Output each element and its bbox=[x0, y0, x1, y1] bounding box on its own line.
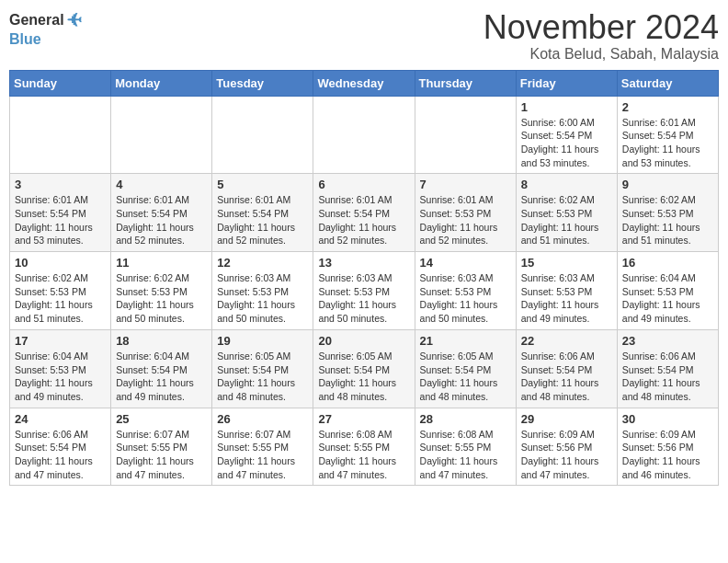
day-number: 23 bbox=[622, 334, 713, 348]
day-number: 26 bbox=[217, 412, 308, 426]
day-number: 25 bbox=[116, 412, 207, 426]
day-number: 10 bbox=[15, 256, 106, 270]
day-number: 12 bbox=[217, 256, 308, 270]
calendar-cell: 12Sunrise: 6:03 AMSunset: 5:53 PMDayligh… bbox=[212, 252, 313, 330]
day-number: 17 bbox=[15, 334, 106, 348]
day-number: 24 bbox=[15, 412, 106, 426]
day-number: 7 bbox=[420, 178, 511, 191]
day-info: Sunrise: 6:06 AMSunset: 5:54 PMDaylight:… bbox=[521, 350, 612, 404]
day-info: Sunrise: 6:04 AMSunset: 5:53 PMDaylight:… bbox=[15, 350, 106, 404]
location-text: Kota Belud, Sabah, Malaysia bbox=[483, 46, 719, 63]
day-info: Sunrise: 6:03 AMSunset: 5:53 PMDaylight:… bbox=[217, 271, 308, 326]
day-info: Sunrise: 6:01 AMSunset: 5:53 PMDaylight:… bbox=[420, 193, 511, 247]
day-info: Sunrise: 6:02 AMSunset: 5:53 PMDaylight:… bbox=[116, 271, 207, 326]
day-number: 5 bbox=[217, 178, 308, 191]
calendar-cell: 8Sunrise: 6:02 AMSunset: 5:53 PMDaylight… bbox=[516, 174, 617, 252]
day-info: Sunrise: 6:09 AMSunset: 5:56 PMDaylight:… bbox=[521, 428, 612, 482]
calendar-header-row: SundayMondayTuesdayWednesdayThursdayFrid… bbox=[10, 70, 719, 96]
calendar-cell: 14Sunrise: 6:03 AMSunset: 5:53 PMDayligh… bbox=[415, 252, 516, 330]
col-header-saturday: Saturday bbox=[617, 70, 718, 96]
col-header-sunday: Sunday bbox=[10, 70, 111, 96]
day-info: Sunrise: 6:01 AMSunset: 5:54 PMDaylight:… bbox=[15, 193, 106, 247]
calendar-cell: 18Sunrise: 6:04 AMSunset: 5:54 PMDayligh… bbox=[111, 329, 212, 408]
calendar-week-row: 3Sunrise: 6:01 AMSunset: 5:54 PMDaylight… bbox=[10, 174, 719, 252]
day-number: 16 bbox=[622, 256, 713, 270]
day-info: Sunrise: 6:02 AMSunset: 5:53 PMDaylight:… bbox=[622, 193, 713, 247]
day-info: Sunrise: 6:02 AMSunset: 5:53 PMDaylight:… bbox=[15, 271, 106, 326]
col-header-tuesday: Tuesday bbox=[212, 70, 313, 96]
calendar-cell: 13Sunrise: 6:03 AMSunset: 5:53 PMDayligh… bbox=[313, 252, 415, 330]
calendar-week-row: 24Sunrise: 6:06 AMSunset: 5:54 PMDayligh… bbox=[10, 408, 719, 486]
calendar-cell: 29Sunrise: 6:09 AMSunset: 5:56 PMDayligh… bbox=[516, 408, 617, 486]
calendar-cell: 22Sunrise: 6:06 AMSunset: 5:54 PMDayligh… bbox=[516, 329, 617, 408]
day-info: Sunrise: 6:08 AMSunset: 5:55 PMDaylight:… bbox=[420, 428, 511, 482]
day-number: 27 bbox=[318, 412, 409, 426]
logo: General ✈ Blue bbox=[9, 9, 82, 48]
calendar-cell: 30Sunrise: 6:09 AMSunset: 5:56 PMDayligh… bbox=[617, 408, 718, 486]
day-info: Sunrise: 6:03 AMSunset: 5:53 PMDaylight:… bbox=[521, 271, 612, 326]
day-number: 28 bbox=[420, 412, 511, 426]
calendar-cell: 5Sunrise: 6:01 AMSunset: 5:54 PMDaylight… bbox=[212, 174, 313, 252]
day-info: Sunrise: 6:01 AMSunset: 5:54 PMDaylight:… bbox=[217, 193, 308, 247]
calendar-cell: 4Sunrise: 6:01 AMSunset: 5:54 PMDaylight… bbox=[111, 174, 212, 252]
calendar-cell: 19Sunrise: 6:05 AMSunset: 5:54 PMDayligh… bbox=[212, 329, 313, 408]
month-title: November 2024 bbox=[483, 9, 719, 46]
page-header: General ✈ Blue November 2024 Kota Belud,… bbox=[9, 9, 719, 63]
day-number: 13 bbox=[318, 256, 409, 270]
calendar-cell: 15Sunrise: 6:03 AMSunset: 5:53 PMDayligh… bbox=[516, 252, 617, 330]
day-number: 29 bbox=[521, 412, 612, 426]
day-number: 30 bbox=[622, 412, 713, 426]
day-number: 20 bbox=[318, 334, 409, 348]
day-info: Sunrise: 6:07 AMSunset: 5:55 PMDaylight:… bbox=[217, 428, 308, 482]
calendar-cell: 9Sunrise: 6:02 AMSunset: 5:53 PMDaylight… bbox=[617, 174, 718, 252]
calendar-cell: 27Sunrise: 6:08 AMSunset: 5:55 PMDayligh… bbox=[313, 408, 415, 486]
day-info: Sunrise: 6:08 AMSunset: 5:55 PMDaylight:… bbox=[318, 428, 409, 482]
calendar-week-row: 10Sunrise: 6:02 AMSunset: 5:53 PMDayligh… bbox=[10, 252, 719, 330]
day-info: Sunrise: 6:07 AMSunset: 5:55 PMDaylight:… bbox=[116, 428, 207, 482]
day-number: 4 bbox=[116, 178, 207, 191]
day-info: Sunrise: 6:09 AMSunset: 5:56 PMDaylight:… bbox=[622, 428, 713, 482]
logo-blue-text: Blue bbox=[9, 31, 41, 48]
title-area: November 2024 Kota Belud, Sabah, Malaysi… bbox=[483, 9, 719, 63]
calendar-cell: 21Sunrise: 6:05 AMSunset: 5:54 PMDayligh… bbox=[415, 329, 516, 408]
calendar-cell: 10Sunrise: 6:02 AMSunset: 5:53 PMDayligh… bbox=[10, 252, 111, 330]
day-info: Sunrise: 6:00 AMSunset: 5:54 PMDaylight:… bbox=[521, 116, 612, 170]
calendar-table: SundayMondayTuesdayWednesdayThursdayFrid… bbox=[9, 70, 719, 487]
day-number: 18 bbox=[116, 334, 207, 348]
day-info: Sunrise: 6:05 AMSunset: 5:54 PMDaylight:… bbox=[318, 350, 409, 404]
day-number: 15 bbox=[521, 256, 612, 270]
day-number: 9 bbox=[622, 178, 713, 191]
calendar-cell: 2Sunrise: 6:01 AMSunset: 5:54 PMDaylight… bbox=[617, 96, 718, 174]
calendar-week-row: 1Sunrise: 6:00 AMSunset: 5:54 PMDaylight… bbox=[10, 96, 719, 174]
calendar-cell: 3Sunrise: 6:01 AMSunset: 5:54 PMDaylight… bbox=[10, 174, 111, 252]
day-info: Sunrise: 6:06 AMSunset: 5:54 PMDaylight:… bbox=[622, 350, 713, 404]
logo-general-text: General bbox=[9, 12, 64, 29]
day-number: 22 bbox=[521, 334, 612, 348]
calendar-cell: 7Sunrise: 6:01 AMSunset: 5:53 PMDaylight… bbox=[415, 174, 516, 252]
col-header-friday: Friday bbox=[516, 70, 617, 96]
calendar-cell: 23Sunrise: 6:06 AMSunset: 5:54 PMDayligh… bbox=[617, 329, 718, 408]
calendar-cell: 16Sunrise: 6:04 AMSunset: 5:53 PMDayligh… bbox=[617, 252, 718, 330]
calendar-cell: 17Sunrise: 6:04 AMSunset: 5:53 PMDayligh… bbox=[10, 329, 111, 408]
day-info: Sunrise: 6:05 AMSunset: 5:54 PMDaylight:… bbox=[217, 350, 308, 404]
day-number: 14 bbox=[420, 256, 511, 270]
col-header-wednesday: Wednesday bbox=[313, 70, 415, 96]
day-info: Sunrise: 6:03 AMSunset: 5:53 PMDaylight:… bbox=[420, 271, 511, 326]
logo-bird-icon: ✈ bbox=[66, 9, 82, 31]
calendar-cell bbox=[313, 96, 415, 174]
calendar-cell bbox=[415, 96, 516, 174]
day-info: Sunrise: 6:04 AMSunset: 5:54 PMDaylight:… bbox=[116, 350, 207, 404]
day-number: 1 bbox=[521, 100, 612, 114]
calendar-cell: 24Sunrise: 6:06 AMSunset: 5:54 PMDayligh… bbox=[10, 408, 111, 486]
day-number: 2 bbox=[622, 100, 713, 114]
calendar-cell bbox=[111, 96, 212, 174]
day-info: Sunrise: 6:02 AMSunset: 5:53 PMDaylight:… bbox=[521, 193, 612, 247]
day-number: 11 bbox=[116, 256, 207, 270]
calendar-cell: 6Sunrise: 6:01 AMSunset: 5:54 PMDaylight… bbox=[313, 174, 415, 252]
day-info: Sunrise: 6:04 AMSunset: 5:53 PMDaylight:… bbox=[622, 271, 713, 326]
calendar-cell: 26Sunrise: 6:07 AMSunset: 5:55 PMDayligh… bbox=[212, 408, 313, 486]
day-info: Sunrise: 6:01 AMSunset: 5:54 PMDaylight:… bbox=[622, 116, 713, 170]
calendar-cell bbox=[10, 96, 111, 174]
calendar-cell: 25Sunrise: 6:07 AMSunset: 5:55 PMDayligh… bbox=[111, 408, 212, 486]
calendar-cell: 11Sunrise: 6:02 AMSunset: 5:53 PMDayligh… bbox=[111, 252, 212, 330]
